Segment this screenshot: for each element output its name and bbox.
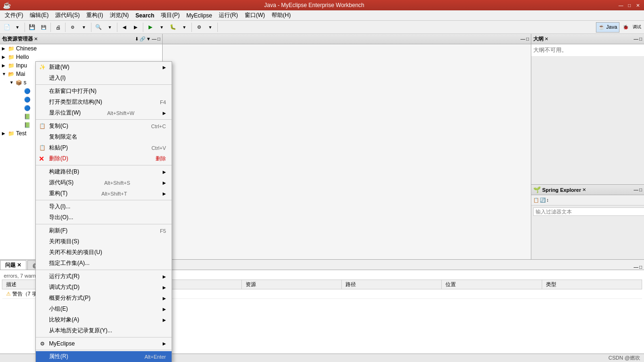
jar-icon: 📗 (24, 113, 31, 120)
ctx-enter[interactable]: 进入(I) (36, 73, 172, 83)
tb-save-btn[interactable]: 💾 (27, 22, 37, 33)
ctx-copy[interactable]: 📋 复制(C) Ctrl+C (36, 121, 172, 132)
center-minimize[interactable]: — (520, 36, 525, 41)
menu-file[interactable]: 文件(F) (2, 10, 26, 20)
menu-run[interactable]: 运行(R) (216, 10, 241, 20)
editor-area[interactable] (163, 44, 531, 259)
minimize-panel-icon[interactable]: — (152, 36, 157, 41)
tb-open-btn[interactable]: ▼ (12, 22, 23, 33)
ctx-source[interactable]: 源代码(S) Alt+Shift+S (36, 177, 172, 188)
ctx-import[interactable]: 导入(I)... (36, 201, 172, 212)
tb-java-perspective[interactable]: ☕ Java (596, 22, 619, 33)
menu-edit[interactable]: 编辑(E) (27, 10, 51, 20)
delete-icon: ✕ (39, 155, 44, 163)
link-editor-icon[interactable]: 🔗 (140, 36, 145, 41)
outline-maximize[interactable]: □ (639, 36, 642, 41)
minimize-button[interactable]: — (618, 2, 624, 8)
spring-tb-btn3[interactable]: ↕ (546, 197, 549, 203)
ctx-new[interactable]: ✨ 新建(W) (36, 62, 172, 73)
tb-btn5[interactable]: 🔍 (93, 22, 104, 33)
ctx-run-as[interactable]: 运行方式(R) (36, 271, 172, 282)
tab-problems[interactable]: 问题 ✕ (0, 260, 26, 270)
ctx-paste[interactable]: 📋 粘贴(P) Ctrl+V (36, 142, 172, 153)
ctx-refactor[interactable]: 重构(T) Alt+Shift+T (36, 188, 172, 199)
ctx-export[interactable]: 导出(O)... (36, 212, 172, 223)
titlebar: ☕ Java - MyEclipse Enterprise Workbench … (0, 0, 644, 10)
ctx-properties[interactable]: 属性(R) Alt+Enter (36, 351, 172, 362)
bottom-minimize[interactable]: — (634, 264, 638, 270)
panel-menu-icon[interactable]: ▼ (146, 36, 151, 41)
warning-resource (241, 289, 341, 299)
paste-icon: 📋 (39, 144, 46, 152)
ctx-sep5 (36, 224, 172, 224)
shortcut-ctrl-v: Ctrl+V (151, 145, 166, 151)
tb-debug-btn[interactable]: 🐛 (168, 22, 178, 33)
project-icon: 📁 (8, 62, 15, 69)
outline-panel: 大纲 ✕ — □ 大纲不可用。 (531, 34, 644, 185)
collapse-all-icon[interactable]: ⬇ (135, 36, 139, 41)
bottom-maximize[interactable]: □ (639, 264, 642, 270)
col-resource: 资源 (241, 280, 341, 289)
ctx-myeclipse[interactable]: ⚙ MyEclipse (36, 338, 172, 349)
tb-ext-drop[interactable]: ▼ (205, 22, 215, 33)
menu-source[interactable]: 源代码(S) (52, 10, 83, 20)
tb-sep8 (217, 23, 218, 32)
tb-debug-perspective[interactable]: 🐞 (620, 22, 631, 33)
spring-maximize[interactable]: □ (639, 187, 642, 192)
menu-myeclipse[interactable]: MyEclipse (183, 11, 215, 20)
spring-close[interactable]: ✕ (582, 187, 586, 192)
tb-run-btn[interactable]: ▶ (145, 22, 156, 33)
tb-new-btn[interactable]: 📄 (2, 22, 12, 33)
tb-btn4[interactable]: ▼ (79, 22, 89, 33)
ctx-close-unrelated[interactable]: 关闭不相关的项目(U) (36, 247, 172, 258)
menu-window[interactable]: 窗口(W) (242, 10, 268, 20)
tb-btn3[interactable]: ⚙ (67, 22, 78, 33)
close-button[interactable]: ✕ (635, 2, 641, 8)
ctx-open-new-window[interactable]: 在新窗口中打开(N) (36, 86, 172, 97)
tb-print-btn[interactable]: 🖨 (53, 22, 63, 33)
context-menu: ✨ 新建(W) 进入(I) 在新窗口中打开(N) 打开类型层次结构(N) F4 … (35, 61, 172, 362)
center-maximize[interactable]: □ (526, 36, 529, 41)
ctx-sep8 (36, 350, 172, 350)
menu-project[interactable]: 项目(P) (158, 10, 182, 20)
spring-tb-btn2[interactable]: 🔄 (540, 197, 545, 203)
ctx-assign-workset[interactable]: 指定工作集(A)... (36, 258, 172, 269)
menu-navigate[interactable]: 浏览(N) (107, 10, 132, 20)
spring-tb-btn1[interactable]: 📋 (533, 197, 539, 203)
ctx-build-path[interactable]: 构建路径(B) (36, 166, 172, 177)
ctx-open-type-hierarchy[interactable]: 打开类型层次结构(N) F4 (36, 97, 172, 107)
menu-refactor[interactable]: 重构(I) (83, 10, 106, 20)
ctx-copy-qualified[interactable]: 复制限定名 (36, 132, 172, 142)
tb-btn8[interactable]: ▶ (131, 22, 141, 33)
outline-minimize[interactable]: — (634, 36, 638, 41)
ctx-compare-with[interactable]: 比较对象(A) (36, 314, 172, 325)
ctx-close-project[interactable]: 关闭项目(S) (36, 236, 172, 247)
outline-title: 大纲 (533, 35, 544, 42)
menu-help[interactable]: 帮助(H) (269, 10, 294, 20)
tb-debug-drop[interactable]: ▼ (179, 22, 190, 33)
ctx-team[interactable]: 小组(E) (36, 304, 172, 314)
ctx-delete[interactable]: ✕ 删除(D) 删除 (36, 153, 172, 164)
tree-item-hello[interactable]: ▶ 📁 Hello (0, 53, 162, 61)
tb-save-all-btn[interactable]: 💾 (38, 22, 49, 33)
spring-filter-input[interactable] (533, 207, 644, 216)
tb-btn6[interactable]: ▼ (105, 22, 115, 33)
ctx-debug-as[interactable]: 调试方式(D) (36, 282, 172, 293)
maximize-panel-icon[interactable]: □ (157, 36, 160, 41)
ctx-show-location[interactable]: 显示位置(W) Alt+Shift+W (36, 107, 172, 118)
menu-search[interactable]: Search (132, 11, 157, 20)
tree-item-chinese[interactable]: ▶ 📁 Chinese (0, 44, 162, 53)
ctx-profile-as[interactable]: 概要分析方式(P) (36, 293, 172, 304)
maximize-button[interactable]: □ (626, 2, 633, 8)
spring-minimize[interactable]: — (634, 187, 638, 192)
package-explorer-close[interactable]: ✕ (34, 36, 38, 41)
ctx-restore-history[interactable]: 从本地历史记录复原(Y)... (36, 325, 172, 336)
project-icon: 📁 (8, 53, 15, 61)
expand-arrow: ▶ (2, 63, 8, 68)
tb-btn7[interactable]: ◀ (119, 22, 130, 33)
outline-close[interactable]: ✕ (545, 36, 548, 41)
tb-perspective-drop[interactable]: 调试 (632, 22, 642, 33)
tb-ext-btn[interactable]: ⚙ (194, 22, 204, 33)
ctx-refresh[interactable]: 刷新(F) F5 (36, 225, 172, 236)
tb-run-drop[interactable]: ▼ (157, 22, 167, 33)
